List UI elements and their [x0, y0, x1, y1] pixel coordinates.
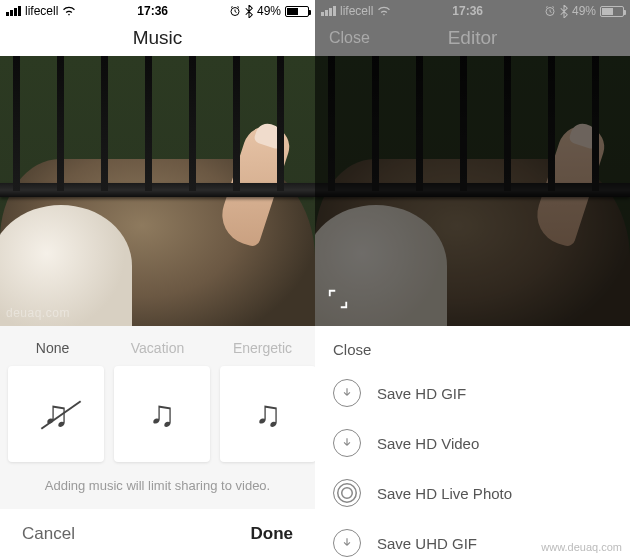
battery-icon [600, 6, 624, 17]
menu-label: Save HD GIF [377, 385, 466, 402]
screen-editor: lifecell 17:36 49% Close Editor Close [315, 0, 630, 559]
music-cards[interactable]: ♫ ♫ ♫ [0, 362, 315, 472]
music-note-icon: ♫ [149, 393, 176, 435]
bluetooth-icon [245, 5, 253, 18]
crop-icon[interactable] [327, 288, 349, 314]
status-time: 17:36 [452, 4, 483, 18]
live-photo-icon [333, 479, 361, 507]
status-right: 49% [229, 4, 309, 18]
top-nav: Music [0, 20, 315, 56]
music-panel: None Vacation Energetic ♫ ♫ ♫ Adding mus… [0, 326, 315, 509]
status-left: lifecell [321, 4, 391, 18]
sheet-close-button[interactable]: Close [315, 341, 630, 368]
music-tab-energetic[interactable]: Energetic [210, 340, 315, 356]
export-sheet: Close Save HD GIF Save HD Video Save HD … [315, 327, 630, 559]
menu-label: Save HD Video [377, 435, 479, 452]
carrier-label: lifecell [25, 4, 58, 18]
status-time: 17:36 [137, 4, 168, 18]
music-tab-vacation[interactable]: Vacation [105, 340, 210, 356]
music-tabs: None Vacation Energetic [0, 332, 315, 362]
menu-label: Save HD Live Photo [377, 485, 512, 502]
done-button[interactable]: Done [251, 524, 294, 544]
bluetooth-icon [560, 5, 568, 18]
alarm-icon [229, 5, 241, 17]
watermark: deuaq.com [6, 306, 70, 320]
close-button[interactable]: Close [329, 29, 370, 47]
watermark: www.deuaq.com [541, 541, 622, 553]
menu-save-hd-live-photo[interactable]: Save HD Live Photo [315, 468, 630, 518]
page-title: Editor [448, 27, 498, 49]
status-right: 49% [544, 4, 624, 18]
menu-label: Save UHD GIF [377, 535, 477, 552]
carrier-label: lifecell [340, 4, 373, 18]
photo-preview [315, 56, 630, 326]
music-card-energetic[interactable]: ♫ [220, 366, 315, 462]
download-icon [333, 379, 361, 407]
signal-icon [6, 6, 21, 16]
music-off-icon: ♫ [43, 393, 70, 435]
status-bar: lifecell 17:36 49% [0, 0, 315, 20]
status-left: lifecell [6, 4, 76, 18]
wifi-icon [377, 6, 391, 16]
photo-preview: deuaq.com [0, 56, 315, 326]
bottom-bar: Cancel Done [0, 509, 315, 559]
music-hint: Adding music will limit sharing to video… [0, 472, 315, 503]
alarm-icon [544, 5, 556, 17]
top-nav: Close Editor [315, 20, 630, 56]
menu-save-hd-gif[interactable]: Save HD GIF [315, 368, 630, 418]
download-icon [333, 529, 361, 557]
music-card-none[interactable]: ♫ [8, 366, 104, 462]
screen-music: lifecell 17:36 49% Music deuaq.com None … [0, 0, 315, 559]
music-card-vacation[interactable]: ♫ [114, 366, 210, 462]
battery-pct: 49% [257, 4, 281, 18]
page-title: Music [133, 27, 183, 49]
download-icon [333, 429, 361, 457]
wifi-icon [62, 6, 76, 16]
music-tab-none[interactable]: None [0, 340, 105, 356]
battery-icon [285, 6, 309, 17]
status-bar: lifecell 17:36 49% [315, 0, 630, 20]
cancel-button[interactable]: Cancel [22, 524, 75, 544]
battery-pct: 49% [572, 4, 596, 18]
menu-save-hd-video[interactable]: Save HD Video [315, 418, 630, 468]
music-note-icon: ♫ [255, 393, 282, 435]
signal-icon [321, 6, 336, 16]
